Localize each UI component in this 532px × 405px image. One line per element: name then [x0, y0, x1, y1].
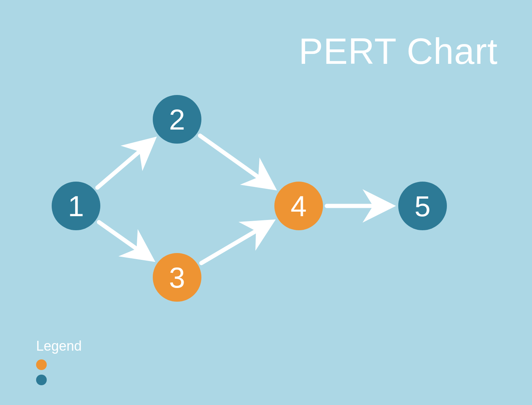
edge-2-4	[200, 136, 270, 186]
node-5: 5	[398, 182, 447, 230]
legend-swatch-orange	[36, 359, 47, 370]
node-label: 1	[68, 190, 84, 223]
node-label: 3	[169, 261, 185, 294]
node-label: 4	[291, 190, 307, 223]
legend-title: Legend	[36, 338, 82, 354]
legend-swatch-teal	[36, 375, 47, 385]
edge-1-3	[99, 222, 149, 257]
edge-1-2	[97, 142, 150, 188]
node-3: 3	[153, 253, 201, 302]
node-4: 4	[274, 182, 323, 230]
node-label: 5	[415, 190, 431, 223]
node-1: 1	[52, 182, 100, 230]
legend: Legend	[36, 338, 82, 390]
node-2: 2	[153, 95, 201, 144]
node-label: 2	[169, 103, 185, 136]
edge-3-4	[201, 224, 269, 263]
